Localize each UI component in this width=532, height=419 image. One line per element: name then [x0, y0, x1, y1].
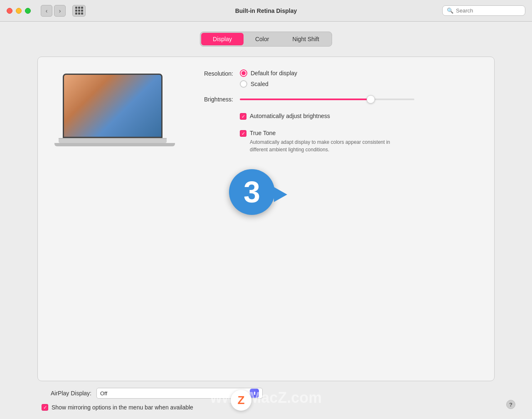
- resolution-scaled-radio[interactable]: [240, 80, 247, 88]
- resolution-scaled-label: Scaled: [251, 81, 268, 87]
- nav-buttons: ‹ ›: [41, 5, 66, 17]
- resolution-default-label: Default for display: [251, 70, 297, 76]
- content-panel: Resolution: Default for display Scaled: [37, 57, 495, 381]
- brightness-slider-track: [240, 99, 414, 100]
- annotation-circle: 3: [229, 169, 275, 215]
- back-button[interactable]: ‹: [41, 5, 52, 17]
- close-button[interactable]: [7, 8, 12, 14]
- mirroring-check-icon: ✓: [43, 405, 47, 410]
- resolution-row: Resolution: Default for display Scaled: [192, 69, 478, 88]
- title-bar: ‹ › Built-in Retina Display 🔍: [0, 0, 532, 22]
- tab-color[interactable]: Color: [244, 33, 281, 45]
- resolution-default-radio[interactable]: [240, 69, 247, 77]
- annotation-arrow: [274, 187, 287, 202]
- search-input[interactable]: [456, 7, 521, 14]
- tab-display[interactable]: Display: [201, 33, 244, 45]
- tab-night-shift[interactable]: Night Shift: [281, 33, 331, 45]
- tabs-container: Display Color Night Shift: [200, 32, 332, 47]
- mirroring-checkbox[interactable]: ✓: [42, 404, 48, 411]
- grid-view-button[interactable]: [72, 5, 86, 17]
- checkbox-check-icon: ✓: [241, 114, 245, 119]
- search-bar[interactable]: 🔍: [442, 5, 525, 16]
- settings-section: Resolution: Default for display Scaled: [192, 69, 478, 368]
- brightness-slider-fill: [240, 99, 371, 100]
- minimize-button[interactable]: [16, 8, 22, 14]
- true-tone-section: ✓ True Tone Automatically adapt display …: [240, 128, 478, 153]
- brightness-label: Brightness:: [192, 96, 233, 103]
- laptop-bottom: [54, 143, 175, 146]
- traffic-lights: [7, 8, 31, 14]
- grid-icon: [75, 7, 83, 15]
- resolution-controls: Default for display Scaled: [240, 69, 297, 88]
- laptop-screen: [63, 74, 163, 138]
- brightness-row: Brightness:: [192, 96, 478, 103]
- auto-brightness-section: ✓ Automatically adjust brightness: [240, 111, 478, 120]
- main-content: Display Color Night Shift Resolution:: [0, 22, 532, 419]
- brightness-slider-thumb[interactable]: [367, 95, 375, 104]
- true-tone-row: ✓ True Tone: [240, 130, 478, 137]
- brightness-slider-container: [240, 99, 414, 100]
- true-tone-label: True Tone: [250, 130, 276, 136]
- auto-brightness-label: Automatically adjust brightness: [250, 113, 330, 119]
- z-logo: Z: [231, 390, 251, 411]
- airplay-label: AirPlay Display:: [37, 390, 91, 397]
- true-tone-description: Automatically adapt display to make colo…: [250, 138, 408, 153]
- true-tone-check-icon: ✓: [241, 131, 245, 136]
- resolution-label: Resolution:: [192, 69, 233, 77]
- fullscreen-button[interactable]: [25, 8, 31, 14]
- watermark: www.MacZ.com: [210, 389, 322, 407]
- laptop-image: [54, 74, 171, 157]
- auto-brightness-checkbox[interactable]: ✓: [240, 113, 246, 120]
- resolution-scaled-option[interactable]: Scaled: [240, 80, 297, 88]
- radio-selected-indicator: [241, 71, 246, 75]
- laptop-base: [59, 138, 167, 143]
- search-icon: 🔍: [447, 7, 453, 14]
- auto-brightness-row: ✓ Automatically adjust brightness: [240, 113, 478, 120]
- mirroring-label: Show mirroring options in the menu bar w…: [52, 404, 193, 411]
- laptop-preview: [54, 69, 175, 368]
- window-title: Built-in Retina Display: [235, 7, 297, 14]
- true-tone-checkbox[interactable]: ✓: [240, 130, 246, 137]
- forward-button[interactable]: ›: [54, 5, 66, 17]
- help-button[interactable]: ?: [506, 400, 515, 409]
- resolution-default-option[interactable]: Default for display: [240, 69, 297, 77]
